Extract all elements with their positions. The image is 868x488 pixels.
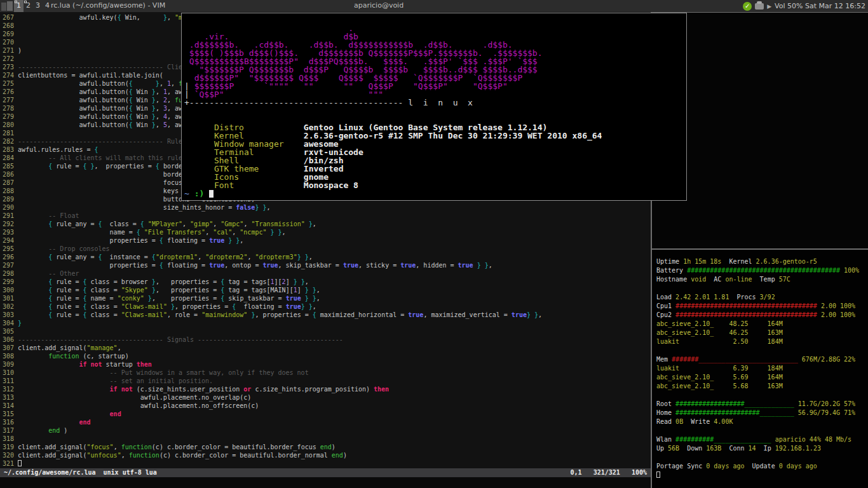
terminal-line: Shell /bin/zsh <box>184 156 686 164</box>
volume-level: Vol 50% <box>775 2 803 10</box>
terminal-line: Distro Gentoo Linux (Gentoo Base System … <box>184 123 686 131</box>
terminal-line: $$$$( )$$$b d$$$()$$$. d$$$$$$$b Q$$$$$$… <box>184 48 686 57</box>
tasklist-item-vim[interactable]: rc.lua (~/.config/awesome) - VIM <box>51 0 165 11</box>
terminal-line: GTK theme Inverted <box>184 164 686 172</box>
code-line: 297 properties = { floating = true, onto… <box>3 261 542 269</box>
terminal-line: Q$$$$$$$$$$B$$$$$$$$P" d$$$PQ$$$$b. $$$$… <box>184 57 686 65</box>
monitor-line: abc_sieve_2.10_ 46.25 163M <box>656 329 868 338</box>
monitor-line: Uptime 1h 15m 18s Kernel 2.6.36-gentoo-r… <box>656 258 868 267</box>
terminal-line: Terminal rxvt-unicode <box>184 147 686 156</box>
code-line: 293 name = { "File Transfers", "cal", "n… <box>3 228 542 236</box>
code-line: 291 -- Float <box>3 212 542 220</box>
cursor <box>656 471 660 478</box>
taglist: 1234 <box>14 0 52 12</box>
monitor-line: luakit 6.39 184M <box>656 365 868 374</box>
monitor-line: Hostname void AC on-line Temp 57C <box>656 276 868 285</box>
monitor-line <box>656 471 868 480</box>
skype-online-icon[interactable]: ✓ <box>743 2 752 11</box>
layout-icon-stack <box>7 1 13 11</box>
code-line: 301 { rule = { name = "conky" }, propert… <box>3 294 542 302</box>
terminal-line: | $$$$$$$P `"""" "" "" Q$$$P "Q$$$P" "Q$… <box>184 81 686 90</box>
layout-icon-master <box>1 3 6 11</box>
cursor <box>18 460 22 466</box>
code-line: 317 end ) <box>3 426 542 435</box>
monitor-line: luakit 2.50 184M <box>656 338 868 347</box>
terminal-line: Font Monospace 8 <box>184 180 686 189</box>
monitor-line: Up 56B Down 163B Conn 14 Ip 192.168.1.23 <box>656 445 868 454</box>
code-line: 305 <box>3 327 542 336</box>
code-line: 306 ------------------------------------… <box>3 336 542 344</box>
monitor-line: abc_sieve_2.10_ 5.68 163M <box>656 383 868 391</box>
terminal-line: d$$$$$$P" "$$$$$$$$ Q$$$ Q$$$$ $$$$$ `Q$… <box>184 73 686 81</box>
monitor-line: abc_sieve_2.10_ 48.25 164M <box>656 320 868 329</box>
floating-terminal-window[interactable]: . .vir. d$b .d$$$$$$b. .cd$$b. .d$$b. d$… <box>181 13 687 201</box>
code-line: 313 awful.placement.no_overlap(c) <box>3 393 542 402</box>
terminal-line: . <box>184 24 686 32</box>
layout-icon[interactable] <box>1 1 13 11</box>
code-line: 320 client.add_signal("unfocus", functio… <box>3 451 542 459</box>
terminal-line <box>184 15 686 24</box>
code-line: 302 { rule = { class = "Claws-mail" }, p… <box>3 302 542 311</box>
monitor-line <box>656 347 868 356</box>
cursor <box>209 190 214 198</box>
monitor-line: Battery ################################… <box>656 267 868 276</box>
code-line: 296 { rule_any = { instance = {"dropterm… <box>3 253 542 261</box>
monitor-line: Home ######################_________ 56.… <box>656 409 868 418</box>
code-line: 304 } <box>3 319 542 327</box>
clock: Sat Mar 12 16:52 <box>805 2 865 10</box>
mail-tray-icon[interactable] <box>755 3 764 10</box>
monitor-line: Mem #######__________________________ 67… <box>656 356 868 365</box>
monitor-line <box>656 391 868 400</box>
code-line: 310 -- Put windows in a smart way, only … <box>3 369 542 377</box>
code-line: 295 -- Drop consoles <box>3 245 542 253</box>
code-line: 294 properties = { floating = true } }, <box>3 236 542 245</box>
code-line: 319 client.add_signal("focus", function(… <box>3 443 542 451</box>
monitor-line <box>656 454 868 463</box>
tag-occupied-indicator <box>24 1 27 3</box>
monitor-line: Cpu1 ###################################… <box>656 302 868 311</box>
terminal-line: .vir. d$b <box>184 32 686 40</box>
code-line: 311 -- set an initial position. <box>3 377 542 385</box>
code-line: 308 function (c, startup) <box>3 352 542 360</box>
code-line: 292 { rule_any = { class = { "MPlayer", … <box>3 220 542 228</box>
code-line: 314 awful.placement.no_offscreen(c) <box>3 402 542 410</box>
vim-command-line <box>0 477 651 488</box>
tag-3[interactable]: 3 <box>33 0 43 12</box>
code-line: 298 -- Other <box>3 269 542 278</box>
code-line: 300 { rule = { class = "Skype" }, proper… <box>3 286 542 294</box>
monitor-line: abc_sieve_2.10_ 5.69 164M <box>656 374 868 383</box>
top-bar: 1234 rc.lua (~/.config/awesome) - VIM ap… <box>0 0 868 12</box>
vim-statusline: ~/.config/awesome/rc.lua unix utf-8 lua … <box>0 468 651 477</box>
tag-1[interactable]: 1 <box>14 0 24 12</box>
code-line: 318 <box>3 435 542 443</box>
code-line: 321 <box>3 459 542 468</box>
code-line: 303 { rule = { class = "Claws-mail", rol… <box>3 311 542 319</box>
terminal-line <box>184 114 686 123</box>
monitor-line: Portage Sync 0 days ago Update 0 days ag… <box>656 463 868 471</box>
terminal-line: "$$$$$$$P Q$$$$$$$b d$$$P Q$$$$b $$$$b $… <box>184 65 686 73</box>
terminal-line: Icons gnome <box>184 172 686 180</box>
code-line: 315 end <box>3 410 542 418</box>
vim-statusline-file: ~/.config/awesome/rc.lua unix utf-8 lua <box>4 468 157 477</box>
monitor-line: Cpu2 ###################################… <box>656 311 868 320</box>
monitor-line: Read 0B Write 4.00K <box>656 418 868 427</box>
volume-and-clock: Vol 50% Sat Mar 12 16:52 <box>775 2 865 10</box>
tag-occupied-indicator <box>15 1 17 3</box>
monitor-line <box>656 427 868 436</box>
play-indicator-icon: ▶ <box>767 3 771 10</box>
monitor-line: Load 2.42 2.01 1.81 Procs 3/92 <box>656 294 868 302</box>
code-line: 290 size_hints_honor = false} }, <box>3 203 542 212</box>
tag-2[interactable]: 2 <box>24 0 33 12</box>
code-line: 312 if not (c.size_hints.user_position o… <box>3 385 542 393</box>
terminal-line: Kernel 2.6.36-gentoo-r5 #12 SMP Thu Dec … <box>184 131 686 139</box>
terminal-line: +---------------------------------------… <box>184 98 686 106</box>
system-monitor-panel[interactable]: Uptime 1h 15m 18s Kernel 2.6.36-gentoo-r… <box>652 250 868 488</box>
code-line: 307 client.add_signal("manage", <box>3 344 542 352</box>
vim-statusline-position: 0,1 321/321 100% <box>571 468 647 477</box>
tasklist-item-terminal[interactable]: aparicio@void <box>354 0 403 11</box>
system-tray: ✓ ▶ Vol 50% Sat Mar 12 16:52 <box>743 0 865 12</box>
code-line: 316 end <box>3 418 542 426</box>
monitor-line <box>656 285 868 294</box>
terminal-line: .d$$$$$$b. .cd$$b. .d$$b. d$$$$$$$$$$$b … <box>184 40 686 48</box>
monitor-line: Root ##################_____________ 11.… <box>656 400 868 409</box>
